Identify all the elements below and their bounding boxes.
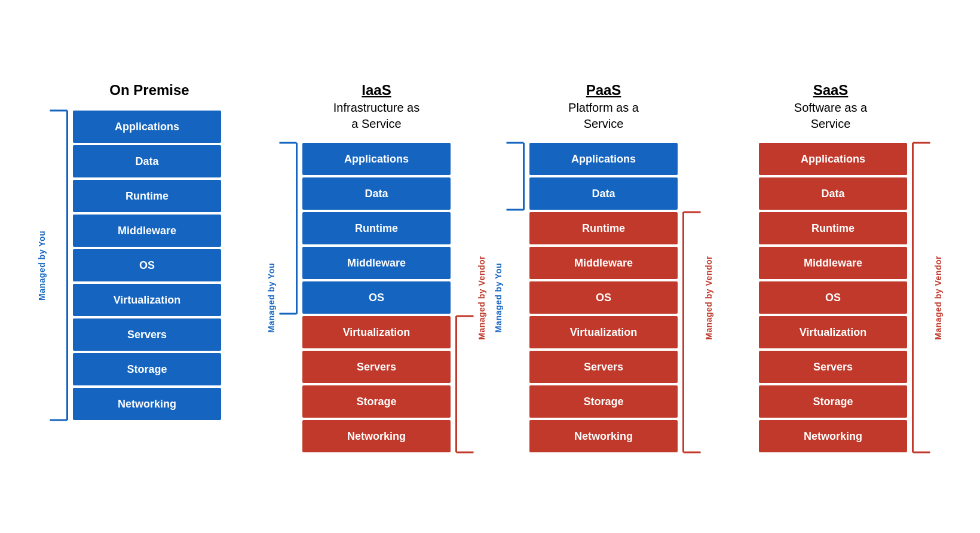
subtitle-iaas: Infrastructure as a Service: [333, 100, 420, 132]
stack-item-iaas-7: Storage: [302, 385, 451, 418]
column-paas: PaaSPlatform as a ServiceManaged by YouA…: [490, 81, 717, 452]
stack-item-paas-3: Middleware: [529, 247, 678, 279]
stack-item-iaas-2: Runtime: [302, 212, 451, 244]
column-title-on-premise: On Premise: [109, 81, 189, 100]
stack-item-iaas-0: Applications: [302, 143, 451, 175]
diagram: On PremiseManaged by YouApplicationsData…: [18, 81, 962, 452]
stack-item-iaas-5: Virtualization: [302, 316, 451, 348]
bracket-label-text: Managed by Vendor: [704, 256, 713, 340]
stack-item-paas-1: Data: [529, 177, 678, 210]
left-bracket-area-on-premise: Managed by You: [37, 111, 68, 420]
stack-item-on-premise-3: Middleware: [73, 215, 221, 247]
column-title-saas: SaaSSoftware as a Service: [794, 81, 867, 132]
column-title-paas: PaaSPlatform as a Service: [568, 81, 639, 132]
main-title-saas: SaaS: [794, 81, 867, 100]
stack-item-on-premise-0: Applications: [73, 111, 221, 143]
stack-item-on-premise-8: Networking: [73, 388, 221, 420]
subtitle-saas: Software as a Service: [794, 100, 867, 132]
left-bracket-area-iaas: Managed by You: [267, 143, 298, 452]
main-title-iaas: IaaS: [333, 81, 420, 100]
subtitle-paas: Platform as a Service: [568, 100, 639, 132]
main-title-paas: PaaS: [568, 81, 639, 100]
column-on-premise: On PremiseManaged by YouApplicationsData…: [36, 81, 263, 420]
stack-item-iaas-4: OS: [302, 281, 451, 314]
column-saas: SaaSSoftware as a ServiceApplicationsDat…: [717, 81, 944, 452]
stack-item-paas-7: Storage: [529, 385, 678, 418]
stack-item-on-premise-5: Virtualization: [73, 284, 221, 316]
stack-item-saas-7: Storage: [759, 385, 907, 418]
bracket-label-text: Managed by You: [494, 263, 503, 333]
stack-item-on-premise-7: Storage: [73, 353, 221, 385]
stack-iaas: ApplicationsDataRuntimeMiddlewareOSVirtu…: [302, 143, 451, 452]
stack-item-paas-2: Runtime: [529, 212, 678, 244]
stack-item-saas-4: OS: [759, 281, 907, 314]
right-bracket-area-iaas: Managed by Vendor: [455, 143, 486, 452]
stack-item-iaas-8: Networking: [302, 420, 451, 452]
stack-item-paas-0: Applications: [529, 143, 678, 175]
left-bracket-area-paas: Managed by You: [494, 143, 525, 452]
left-bracket-area-saas: [718, 143, 754, 452]
stack-item-on-premise-2: Runtime: [73, 180, 221, 212]
stack-item-iaas-3: Middleware: [302, 247, 451, 279]
stack-on-premise: ApplicationsDataRuntimeMiddlewareOSVirtu…: [73, 111, 221, 420]
stack-item-saas-2: Runtime: [759, 212, 907, 244]
column-title-iaas: IaaSInfrastructure as a Service: [333, 81, 420, 132]
stack-item-saas-1: Data: [759, 177, 907, 210]
bracket-label-text: Managed by You: [37, 231, 47, 301]
stack-item-saas-8: Networking: [759, 420, 907, 452]
right-bracket-area-saas: Managed by Vendor: [912, 143, 943, 452]
stack-labels-paas: Managed by YouApplicationsDataRuntimeMid…: [494, 143, 713, 452]
stack-item-on-premise-4: OS: [73, 249, 221, 281]
bracket-label-text: Managed by Vendor: [477, 256, 486, 340]
stack-item-iaas-1: Data: [302, 177, 451, 210]
stack-paas: ApplicationsDataRuntimeMiddlewareOSVirtu…: [529, 143, 678, 452]
right-bracket-area-paas: Managed by Vendor: [682, 143, 713, 452]
right-bracket-area-on-premise: [226, 111, 262, 420]
stack-item-paas-4: OS: [529, 281, 678, 314]
stack-item-saas-0: Applications: [759, 143, 907, 175]
stack-item-saas-5: Virtualization: [759, 316, 907, 348]
stack-item-paas-8: Networking: [529, 420, 678, 452]
stack-labels-iaas: Managed by YouApplicationsDataRuntimeMid…: [267, 143, 486, 452]
columns-row: On PremiseManaged by YouApplicationsData…: [18, 81, 962, 452]
stack-item-saas-6: Servers: [759, 351, 907, 383]
column-iaas: IaaSInfrastructure as a ServiceManaged b…: [263, 81, 490, 452]
stack-item-paas-6: Servers: [529, 351, 678, 383]
bracket-label-text: Managed by You: [267, 263, 276, 333]
main-title-on-premise: On Premise: [109, 81, 189, 100]
stack-item-saas-3: Middleware: [759, 247, 907, 279]
stack-saas: ApplicationsDataRuntimeMiddlewareOSVirtu…: [759, 143, 907, 452]
stack-labels-saas: ApplicationsDataRuntimeMiddlewareOSVirtu…: [718, 143, 943, 452]
bracket-label-text: Managed by Vendor: [933, 256, 943, 340]
stack-labels-on-premise: Managed by YouApplicationsDataRuntimeMid…: [37, 111, 262, 420]
stack-item-paas-5: Virtualization: [529, 316, 678, 348]
stack-item-on-premise-1: Data: [73, 145, 221, 177]
stack-item-iaas-6: Servers: [302, 351, 451, 383]
stack-item-on-premise-6: Servers: [73, 318, 221, 351]
